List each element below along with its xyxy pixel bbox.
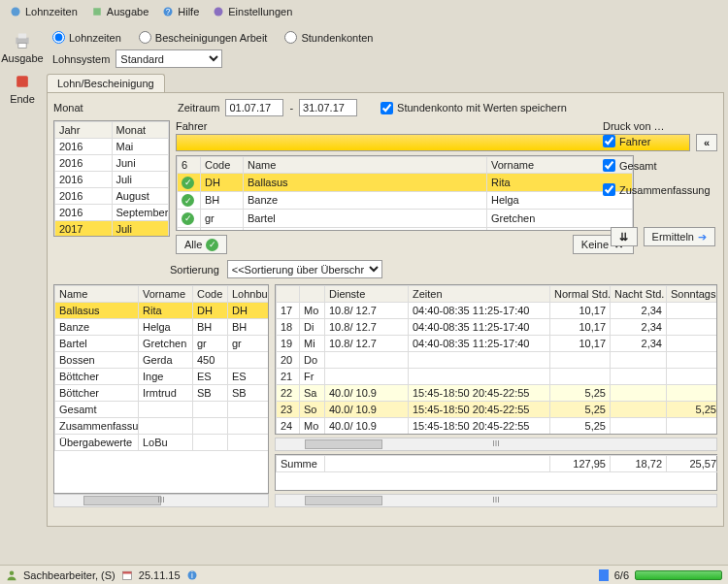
result-times-grid[interactable]: DiensteZeitenNormal Std.Nacht Std.Sonnta… [275,284,717,435]
date-from[interactable] [225,99,283,116]
menu-einstellungen[interactable]: Einstellungen [213,6,292,17]
svg-point-0 [12,8,20,16]
left-scrollbar[interactable]: III [53,494,269,507]
svg-text:?: ? [166,8,171,16]
lohnsystem-select[interactable]: Standard [116,49,222,68]
ermitteln-button[interactable]: Ermitteln➔ [644,227,715,246]
menu-ausgabe[interactable]: Ausgabe [91,6,149,17]
lohnsystem-label: Lohnsystem [52,53,110,65]
status-count: 6/6 [614,569,629,581]
sortierung-select[interactable]: <<Sortierung über Überschr [227,260,382,278]
times-scrollbar[interactable]: III [275,438,717,451]
info-icon[interactable]: i [186,569,198,581]
summe-grid: Summe 127,95 18,72 25,57 [275,454,717,491]
svg-rect-8 [17,76,28,87]
svg-point-4 [215,8,223,16]
chk-stundenkonto-speichern[interactable]: Stundenkonto mit Werten speichern [381,102,567,114]
printer-icon [13,31,32,50]
summe-scrollbar[interactable]: III [275,494,717,507]
radio-stundenkonten[interactable]: Stundenkonten [284,31,373,44]
chk-druck-zusammenfassung[interactable]: Zusammenfassung [603,183,710,196]
chk-druck-fahrer[interactable]: Fahrer [603,135,710,147]
menu-hilfe[interactable]: ?Hilfe [162,6,199,17]
year-month-grid[interactable]: JahrMonat2016Mai2016Juni2016Juli2016Augu… [53,120,170,237]
chk-druck-gesamt[interactable]: Gesamt [603,159,710,172]
alle-button[interactable]: Alle✓ [176,235,227,254]
svg-text:i: i [191,571,193,580]
radio-lohnzeiten[interactable]: Lohnzeiten [52,31,121,44]
svg-rect-6 [18,34,26,39]
calendar-icon [121,569,133,581]
date-to[interactable] [299,99,357,116]
svg-point-9 [10,570,15,575]
sidebar-ende[interactable]: Ende [10,72,35,105]
svg-rect-11 [122,571,131,573]
progress-bar [635,570,722,580]
stop-icon [13,72,32,91]
status-date: 25.11.15 [139,569,181,581]
svg-rect-1 [93,8,101,16]
user-icon [6,569,17,581]
menu-lohnzeiten[interactable]: Lohnzeiten [10,6,78,17]
sidebar-ausgabe[interactable]: Ausgabe [1,31,43,64]
sortierung-label: Sortierung [170,264,219,276]
fahrer-select-grid[interactable]: 6CodeNameVorname ✓DHBallasusRita✓BHBanze… [176,155,634,231]
fahrer-label: Fahrer [176,120,207,132]
expand-toggle-button[interactable]: ⇊ [611,227,638,246]
svg-rect-14 [599,569,609,581]
druck-von-label: Druck von … [603,120,710,135]
tab-lohn-bescheinigung[interactable]: Lohn/Bescheinigung [47,74,165,92]
monat-label: Monat [53,102,98,114]
zeitraum-label: Zeitraum [178,102,219,114]
radio-bescheinigungen[interactable]: Bescheinigungen Arbeit [139,31,268,44]
status-user: Sachbearbeiter, (S) [23,569,116,581]
check-icon: ✓ [206,239,218,251]
arrow-right-icon: ➔ [698,231,707,243]
result-persons-grid[interactable]: NameVornameCodeLohnbuchBallasusRitaDHDHB… [53,284,269,494]
flag-icon [599,569,609,581]
svg-rect-7 [18,44,26,49]
